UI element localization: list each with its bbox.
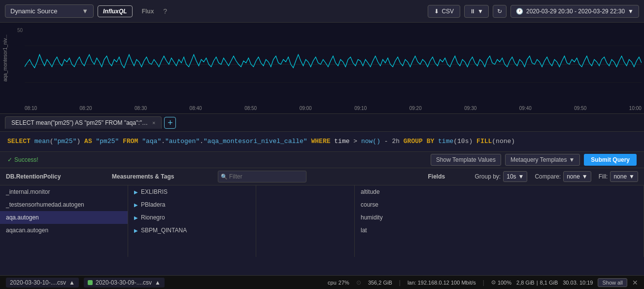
sep2: | — [399, 279, 401, 286]
metaquery-chevron: ▼ — [569, 156, 575, 163]
db-item-2[interactable]: aqa.autogen — [0, 211, 128, 224]
time-range-picker[interactable]: 🕐 2020-03-29 20:30 - 2020-03-29 22:30 ▼ — [510, 5, 639, 18]
fill-select[interactable]: none ▼ — [610, 171, 638, 182]
battery-icon: ⊙ — [491, 279, 496, 286]
refresh-icon: ↻ — [497, 8, 502, 15]
chart-y-axis: 50 — [17, 28, 25, 101]
time-keyword: time — [334, 138, 349, 145]
compare-select[interactable]: none ▼ — [563, 171, 591, 182]
chart-x-axis: 08:10 08:20 08:30 08:40 08:50 09:00 09:1… — [25, 106, 642, 111]
meas-header: Measurements & Tags — [112, 173, 210, 180]
toolbar-right: ⬇ CSV ⏸ ▼ ↻ 🕐 2020-03-29 20:30 - 2020-03… — [428, 5, 639, 18]
x-tick-7: 09:20 — [409, 106, 422, 111]
query-tab-label: SELECT mean("pm25") AS "pm25" FROM "aqa"… — [11, 119, 149, 126]
battery-value: 100% — [498, 280, 511, 286]
x-tick-10: 09:50 — [574, 106, 586, 111]
x-tick-8: 09:30 — [464, 106, 476, 111]
add-query-button[interactable]: + — [164, 117, 176, 129]
close-downloads-icon[interactable]: ✕ — [632, 279, 638, 287]
group-by-control: Group by: 10s ▼ — [475, 171, 528, 182]
storage2-value: 8,1 GiB — [540, 280, 558, 286]
submit-query-button[interactable]: Submit Query — [584, 154, 637, 166]
fill-control: Fill: none ▼ — [599, 171, 638, 182]
paren2: (10s) — [453, 138, 473, 145]
meas-item-2[interactable]: ▶Rionegro — [128, 211, 256, 224]
meas-item-1[interactable]: ▶PBladera — [128, 198, 256, 211]
dot1: . — [161, 138, 165, 145]
fill-value: none — [613, 173, 627, 180]
now-func: now() — [361, 138, 380, 145]
close-tab-icon[interactable]: × — [152, 120, 155, 126]
csv-button[interactable]: ⬇ CSV — [428, 5, 460, 18]
chart-canvas — [25, 28, 642, 101]
query-tabs: SELECT mean("pm25") AS "pm25" FROM "aqa"… — [0, 114, 644, 132]
field-item-0[interactable]: altitude — [355, 185, 644, 198]
compare-value: none — [567, 173, 580, 180]
query-tab-1[interactable]: SELECT mean("pm25") AS "pm25" FROM "aqa"… — [5, 116, 162, 129]
x-tick-6: 09:10 — [354, 106, 367, 111]
network-status: lan: 192.168.0.12 100 Mbit/s — [407, 280, 476, 286]
paren-close: ) — [76, 138, 80, 145]
field-pm25: "pm25" — [54, 138, 77, 145]
source-chevron-icon: ▼ — [82, 7, 88, 15]
x-tick-9: 09:40 — [519, 106, 532, 111]
arrow-icon-2: ▶ — [134, 215, 138, 220]
query-actions: Show Template Values Metaquery Templates… — [431, 154, 637, 166]
meas-panel: ▶EXLIBRIS ▶PBladera ▶Rionegro ▶SBPM_QINT… — [128, 185, 256, 257]
meas-item-3[interactable]: ▶SBPM_QINTANA — [128, 224, 256, 237]
file-download-2[interactable]: 2020-03-30-09-....csv ▲ — [84, 278, 165, 288]
field-item-2[interactable]: humidity — [355, 211, 644, 224]
x-tick-0: 08:10 — [25, 106, 37, 111]
datetime-value: 30.03. 10:19 — [563, 280, 593, 286]
db-item-1[interactable]: _testsensorhumedad.autogen — [0, 198, 128, 211]
file-download-1[interactable]: 2020-03-30-10-....csv ▲ — [6, 278, 79, 288]
filter-spacer — [256, 185, 355, 257]
cpu-status: cpu 27% — [328, 280, 349, 286]
x-tick-1: 08:20 — [80, 106, 92, 111]
kw-group: GROUP — [404, 138, 423, 145]
schema-controls-row: DB.RetentionPolicy Measurements & Tags 🔍… — [0, 168, 644, 185]
expand-icon-2: ▲ — [155, 279, 161, 286]
arrow-icon-3: ▶ — [134, 228, 138, 233]
kw-as: AS — [84, 138, 92, 145]
time-group-func: time — [438, 138, 453, 145]
kw-where: WHERE — [311, 138, 330, 145]
refresh-button[interactable]: ↻ — [493, 5, 507, 18]
sep4: | — [537, 280, 538, 286]
db-item-3[interactable]: aqacan.autogen — [0, 224, 128, 237]
y-axis-series-label: aqa_montesor1_niv... — [2, 35, 8, 81]
cpu-value: 27% — [339, 280, 349, 286]
group-by-select[interactable]: 10s ▼ — [503, 171, 527, 182]
fields-header: Fields — [428, 173, 468, 180]
influxql-button[interactable]: InfluxQL — [98, 5, 133, 17]
paren-open: ( — [50, 138, 54, 145]
db-item-0[interactable]: _internal.monitor — [0, 185, 128, 198]
compare-control: Compare: none ▼ — [535, 171, 591, 182]
sep1: ⊙ — [356, 279, 361, 286]
success-badge: ✓ Success! — [7, 156, 38, 163]
file-2-name: 2020-03-30-09-....csv — [96, 279, 152, 286]
file-green-dot — [88, 280, 93, 285]
csv-label: CSV — [441, 8, 454, 15]
query-editor[interactable]: SELECT mean("pm25") AS "pm25" FROM "aqa"… — [0, 132, 644, 151]
status-bar: 2020-03-30-10-....csv ▲ 2020-03-30-09-..… — [0, 275, 644, 289]
network-value: lan: 192.168.0.12 100 Mbit/s — [407, 280, 476, 286]
flux-button[interactable]: Flux — [136, 5, 160, 17]
show-all-button[interactable]: Show all — [598, 278, 627, 287]
checkmark-icon: ✓ — [7, 156, 12, 163]
kw-from: FROM — [123, 138, 138, 145]
pause-button[interactable]: ⏸ ▼ — [464, 5, 489, 18]
query-status-bar: ✓ Success! Show Template Values Metaquer… — [0, 151, 644, 168]
db-header: DB.RetentionPolicy — [6, 173, 104, 180]
datetime-status: 30.03. 10:19 — [563, 280, 593, 286]
field-item-3[interactable]: lat — [355, 224, 644, 237]
dot2: . — [200, 138, 203, 145]
field-item-1[interactable]: course — [355, 198, 644, 211]
storage1-value: 2,8 GiB — [516, 280, 535, 286]
source-dropdown[interactable]: Dynamic Source ▼ — [5, 4, 94, 18]
show-template-button[interactable]: Show Template Values — [431, 154, 501, 166]
meas-item-0[interactable]: ▶EXLIBRIS — [128, 185, 256, 198]
metaquery-button[interactable]: Metaquery Templates ▼ — [505, 154, 580, 166]
help-icon[interactable]: ? — [163, 7, 167, 15]
filter-input[interactable] — [218, 171, 306, 182]
